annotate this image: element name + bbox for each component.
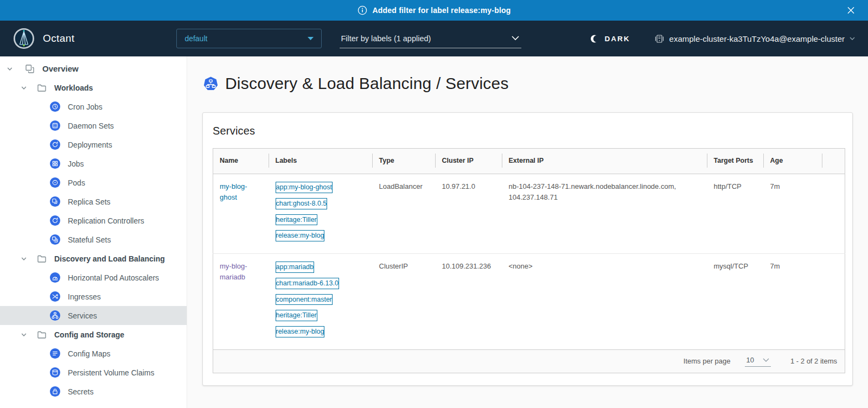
page-title: Discovery & Load Balancing / Services [225,74,509,93]
caret-down-icon[interactable] [20,256,28,262]
caret-down-icon[interactable] [5,66,14,72]
deployments-icon [50,139,60,150]
sidebar-item-discovery-and-load-balancing[interactable]: Discovery and Load Balancing [0,249,187,268]
close-icon[interactable] [845,4,857,17]
service-name-link[interactable]: my-blog-mariadb [220,262,247,281]
cell-name: my-blog-mariadb [213,254,269,350]
cell-filler [822,254,845,350]
label-pill[interactable]: heritage:Tiller [276,310,317,321]
sidebar-item-workloads[interactable]: Workloads [0,78,187,97]
app-header: Octant default Filter by labels (1 appli… [0,21,868,56]
table-body: my-blog-ghostapp:my-blog-ghostchart:ghos… [213,174,845,350]
label-filter-text: Filter by labels (1 applied) [341,34,431,43]
sidebar-item-secrets[interactable]: Secrets [0,382,187,401]
sidebar-item-config-maps[interactable]: Config Maps [0,344,187,363]
table-footer: Items per page 10 1 - 2 of 2 items [213,349,845,373]
column-header-type: Type [373,149,436,174]
applications-icon [25,64,35,74]
label-pill[interactable]: app:my-blog-ghost [276,182,333,193]
app-logo[interactable]: Octant [13,28,74,49]
app-alert-banner: Added filter for label release:my-blog [0,0,868,21]
sidebar-item-label: Config Maps [68,349,111,358]
cell-external-ip: <none> [502,254,707,350]
service-heptagon-icon [203,76,218,91]
sidebar-item-pods[interactable]: Pods [0,173,187,192]
sidebar-item-stateful-sets[interactable]: Stateful Sets [0,230,187,249]
config-maps-icon [50,348,60,359]
label-filter-select[interactable]: Filter by labels (1 applied) [340,29,521,48]
caret-down-icon[interactable] [20,331,28,338]
page-size-select[interactable]: 10 [745,356,771,367]
cell-cluster-ip: 10.109.231.236 [436,254,502,350]
page-title-block: Discovery & Load Balancing / Services [203,74,868,93]
sidebar-item-label: Persistent Volume Claims [68,368,155,377]
service-name-link[interactable]: my-blog-ghost [220,182,247,201]
namespace-select[interactable]: default [176,29,322,48]
cell-age: 7m [764,254,822,350]
column-header-target-ports: Target Ports [707,149,764,174]
column-header-external-ip: External IP [502,149,707,174]
sidebar-item-overview[interactable]: Overview [0,59,187,78]
sidebar-item-label: Discovery and Load Balancing [54,254,165,263]
label-pill[interactable]: heritage:Tiller [276,214,317,226]
caret-down-icon[interactable] [20,85,28,91]
theme-toggle-button[interactable]: DARK [590,34,630,43]
column-header-labels: Labels [269,149,373,174]
sidebar-item-label: Deployments [68,141,112,149]
sidebar-item-label: Cron Jobs [68,103,103,111]
table-header-row: NameLabelsTypeCluster IPExternal IPTarge… [213,149,845,174]
namespace-value: default [184,34,207,43]
column-header-age: Age [764,149,822,174]
label-pill[interactable]: chart:ghost-8.0.5 [276,198,328,209]
replica-sets-icon [50,196,60,207]
folder-icon [37,330,47,340]
cluster-selector[interactable]: example-cluster-ka3TuTzYo4a@example-clus… [654,34,855,44]
horizontal-pod-autoscalers-icon [50,272,60,283]
sidebar-item-replica-sets[interactable]: Replica Sets [0,192,187,211]
cell-type: LoadBalancer [373,174,436,254]
persistent-volume-claims-icon [50,367,60,378]
sidebar-item-daemon-sets[interactable]: Daemon Sets [0,116,187,135]
sidebar-item-horizontal-pod-autoscalers[interactable]: Horizontal Pod Autoscalers [0,268,187,287]
column-header-cluster-ip: Cluster IP [436,149,502,174]
sidebar-item-replication-controllers[interactable]: Replication Controllers [0,211,187,230]
services-card: Services NameLabelsTypeCluster IPExterna… [202,112,853,386]
sidebar-item-label: Overview [42,64,79,73]
folder-icon [37,254,47,264]
sidebar-item-persistent-volume-claims[interactable]: Persistent Volume Claims [0,363,187,382]
sidebar-item-ingresses[interactable]: Ingresses [0,287,187,306]
column-header-filler [822,149,845,174]
sidebar-item-config-and-storage[interactable]: Config and Storage [0,325,187,344]
items-per-page-label: Items per page [684,357,731,365]
theme-toggle-label: DARK [605,35,630,43]
cell-type: ClusterIP [373,254,436,350]
caret-down-icon [308,37,314,40]
sidebar-item-cron-jobs[interactable]: Cron Jobs [0,97,187,116]
sidebar-nav: OverviewWorkloadsCron JobsDaemon SetsDep… [0,56,187,408]
stateful-sets-icon [50,234,60,245]
services-icon [50,310,60,321]
label-pill[interactable]: app:mariadb [276,262,315,273]
cell-target-ports: http/TCP [707,174,764,254]
label-pill[interactable]: release:my-blog [276,326,325,337]
sidebar-item-services[interactable]: Services [0,306,187,325]
alert-text: Added filter for label release:my-blog [373,6,511,15]
octant-logo-icon [13,28,35,49]
sidebar-item-jobs[interactable]: Jobs [0,154,187,173]
label-pill[interactable]: component:master [276,294,333,305]
jobs-icon [50,158,60,169]
card-title: Services [213,125,843,137]
column-header-name: Name [213,149,269,174]
label-pill[interactable]: chart:mariadb-6.13.0 [276,278,339,289]
sidebar-item-label: Stateful Sets [68,235,111,244]
sidebar-item-label: Workloads [54,84,93,92]
table-row: my-blog-mariadbapp:mariadbchart:mariadb-… [213,254,845,350]
sidebar-item-deployments[interactable]: Deployments [0,135,187,154]
sidebar-item-label: Services [68,311,97,320]
table-row: my-blog-ghostapp:my-blog-ghostchart:ghos… [213,174,845,254]
label-pill[interactable]: release:my-blog [276,230,325,241]
info-icon [358,5,367,15]
cell-target-ports: mysql/TCP [707,254,764,350]
cell-filler [822,174,845,254]
chevron-down-icon [763,358,769,362]
